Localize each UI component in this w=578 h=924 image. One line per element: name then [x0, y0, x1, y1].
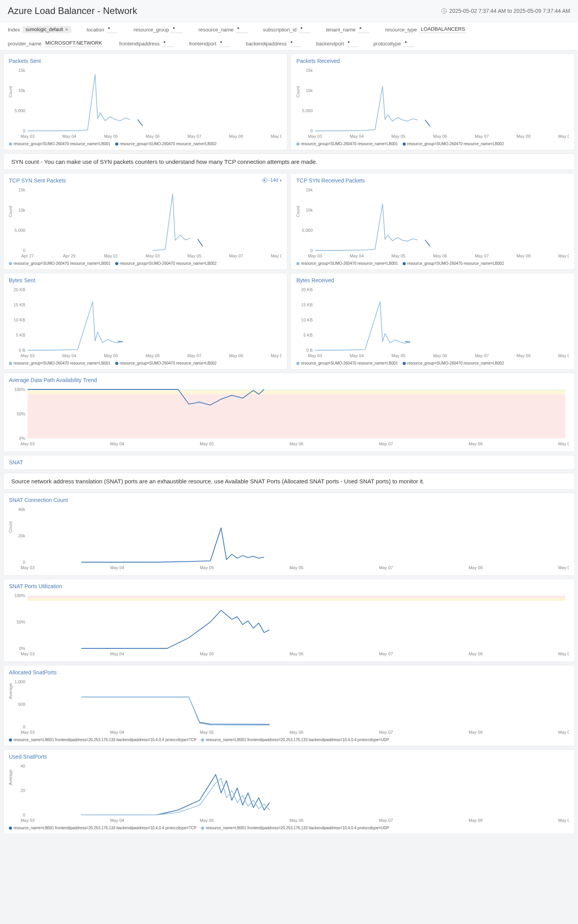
- legend-item[interactable]: resource_group=SUMO-260470 resource_name…: [403, 361, 504, 365]
- panel-title: SNAT Connection Count: [9, 497, 569, 503]
- legend-item[interactable]: resource_group=SUMO-260470 resource_name…: [296, 261, 398, 266]
- svg-text:May 06: May 06: [289, 818, 303, 823]
- panel-title: Bytes Received: [296, 277, 569, 283]
- filter-value[interactable]: *: [162, 40, 173, 47]
- legend-item[interactable]: resource_name=LB001 frontendipaddress=20…: [9, 826, 196, 830]
- svg-text:May 03: May 03: [21, 565, 35, 570]
- filter-subscription-id[interactable]: subscription_id*: [263, 26, 311, 33]
- svg-text:10k: 10k: [306, 88, 313, 93]
- legend-label: resource_group=SUMO-260470 resource_name…: [120, 261, 217, 266]
- filter-value[interactable]: *: [171, 26, 183, 33]
- filter-resource-group[interactable]: resource_group*: [133, 26, 183, 33]
- filter-label: provider_name: [8, 41, 42, 47]
- filter-value[interactable]: LOADBALANCERS: [419, 26, 467, 33]
- filter-value[interactable]: *: [289, 40, 301, 47]
- filter-label: backendipaddress: [246, 41, 287, 47]
- svg-text:May 06: May 06: [433, 254, 447, 258]
- legend: resource_group=SUMO-260470 resource_name…: [9, 361, 282, 365]
- time-range[interactable]: 2025-05-02 7:37:44 AM to 2025-05-09 7:37…: [441, 8, 570, 14]
- chart-svg: 0%50%100%May 03May 04May 05May 06May 07M…: [9, 386, 569, 448]
- panel-title: Packets Sent: [9, 58, 282, 64]
- remove-icon[interactable]: ✕: [65, 27, 68, 32]
- filter-value[interactable]: *: [346, 40, 358, 47]
- filter-frontendport[interactable]: frontendport*: [189, 40, 230, 47]
- legend-label: resource_group=SUMO-260470 resource_name…: [407, 142, 504, 146]
- legend-item[interactable]: resource_group=SUMO-260470 resource_name…: [115, 261, 217, 266]
- chart-svg: 0%50%100%May 03May 04May 05May 06May 07M…: [9, 592, 569, 658]
- filter-Index[interactable]: Indexsumologic_default ✕: [8, 26, 71, 33]
- legend-item[interactable]: resource_group=SUMO-260470 resource_name…: [296, 142, 398, 146]
- filter-value[interactable]: *: [219, 40, 230, 47]
- legend-item[interactable]: resource_group=SUMO-260470 resource_name…: [296, 361, 398, 365]
- svg-text:May 08: May 08: [229, 353, 243, 358]
- legend-item[interactable]: resource_group=SUMO-260470 resource_name…: [9, 361, 111, 365]
- filter-value[interactable]: *: [358, 26, 369, 33]
- legend-item[interactable]: resource_name=LB001 frontendipaddress=20…: [201, 738, 389, 742]
- legend-dot-icon: [296, 362, 299, 365]
- svg-text:20 KB: 20 KB: [14, 287, 25, 292]
- legend-item[interactable]: resource_name=LB001 frontendipaddress=20…: [9, 738, 196, 742]
- svg-text:May 08: May 08: [516, 353, 530, 358]
- legend-label: resource_name=LB001 frontendipaddress=20…: [206, 826, 389, 830]
- svg-text:May 07: May 07: [379, 565, 393, 570]
- legend: resource_group=SUMO-260470 resource_name…: [296, 361, 569, 365]
- y-axis-label: Count: [8, 86, 13, 97]
- filter-backendport[interactable]: backendport*: [316, 40, 358, 47]
- svg-text:May 05: May 05: [104, 134, 118, 139]
- svg-text:May 09: May 09: [558, 353, 569, 358]
- chart-svg: 020k40kMay 03May 04May 05May 06May 07May…: [9, 505, 569, 571]
- compare-badge[interactable]: -14d▾: [263, 177, 282, 183]
- svg-text:10k: 10k: [18, 208, 25, 212]
- svg-text:May 03: May 03: [21, 134, 35, 139]
- legend-item[interactable]: resource_group=SUMO-260470 resource_name…: [9, 261, 111, 266]
- legend-label: resource_group=SUMO-260470 resource_name…: [301, 361, 398, 365]
- svg-text:40k: 40k: [18, 507, 25, 512]
- legend-item[interactable]: resource_group=SUMO-260470 resource_name…: [115, 361, 217, 365]
- svg-text:May 09: May 09: [558, 441, 569, 446]
- filter-value[interactable]: MICROSOFT.NETWORK: [44, 40, 104, 47]
- filter-tenant-name[interactable]: tenant_name*: [326, 26, 369, 33]
- filter-bar: Indexsumologic_default ✕location*resourc…: [0, 22, 578, 50]
- svg-text:May 05: May 05: [104, 353, 118, 358]
- svg-text:May 03: May 03: [145, 254, 159, 258]
- legend-item[interactable]: resource_name=LB001 frontendipaddress=20…: [201, 826, 389, 830]
- filter-resource-name[interactable]: resource_name*: [198, 26, 247, 33]
- filter-frontendipaddress[interactable]: frontendipaddress*: [119, 40, 173, 47]
- snat-description: Source network address translation (SNAT…: [3, 473, 575, 490]
- svg-text:May 04: May 04: [110, 730, 124, 735]
- filter-resource-type[interactable]: resource_typeLOADBALANCERS: [385, 26, 467, 33]
- filter-value[interactable]: *: [236, 26, 247, 33]
- legend-item[interactable]: resource_group=SUMO-260470 resource_name…: [9, 142, 111, 146]
- filter-location[interactable]: location*: [87, 26, 118, 33]
- svg-text:15k: 15k: [306, 188, 313, 192]
- panel-title: SNAT Ports Utilization: [9, 583, 569, 589]
- svg-text:May 03: May 03: [21, 353, 35, 358]
- svg-text:0: 0: [310, 248, 313, 253]
- legend-item[interactable]: resource_group=SUMO-260470 resource_name…: [403, 142, 504, 146]
- filter-value[interactable]: *: [403, 40, 415, 47]
- legend: resource_group=SUMO-260470 resource_name…: [296, 261, 569, 266]
- filter-protocoltype[interactable]: protocoltype*: [374, 40, 415, 47]
- svg-text:May 06: May 06: [145, 353, 159, 358]
- legend-item[interactable]: resource_group=SUMO-260470 resource_name…: [115, 142, 217, 146]
- y-axis-label: Average: [8, 769, 13, 785]
- legend-item[interactable]: resource_group=SUMO-260470 resource_name…: [403, 261, 504, 266]
- svg-text:5,000: 5,000: [302, 108, 313, 113]
- filter-provider-name[interactable]: provider_nameMICROSOFT.NETWORK: [8, 40, 104, 47]
- chart-svg: 05,00010k15kMay 03May 04May 05May 06May …: [9, 66, 282, 140]
- filter-label: frontendipaddress: [119, 41, 159, 47]
- svg-text:Apr 27: Apr 27: [21, 254, 34, 258]
- filter-label: tenant_name: [326, 27, 355, 33]
- filter-value[interactable]: *: [106, 26, 118, 33]
- svg-text:May 08: May 08: [469, 818, 483, 823]
- y-axis-label: Count: [8, 521, 13, 533]
- y-axis-label: Count: [296, 206, 300, 217]
- filter-label: Index: [8, 27, 20, 33]
- filter-chip[interactable]: sumologic_default ✕: [22, 26, 71, 33]
- svg-rect-91: [28, 598, 565, 601]
- filter-backendipaddress[interactable]: backendipaddress*: [246, 40, 301, 47]
- svg-text:20k: 20k: [18, 533, 25, 538]
- filter-value[interactable]: *: [299, 26, 310, 33]
- chart-svg: 05,00010k15kApr 27Apr 29May 01May 03May …: [9, 186, 282, 260]
- svg-text:May 06: May 06: [289, 441, 303, 446]
